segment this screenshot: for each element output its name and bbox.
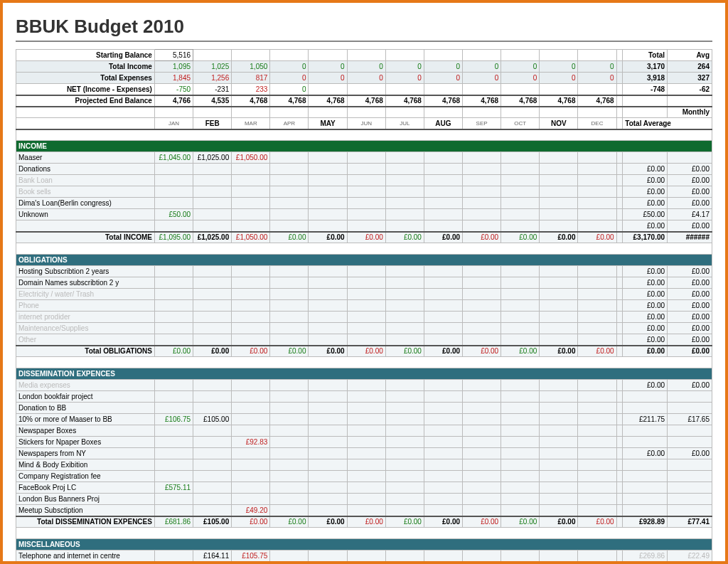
cell[interactable] [501, 505, 540, 516]
cell[interactable] [540, 448, 578, 459]
cell[interactable] [501, 448, 540, 459]
cell[interactable]: 0 [463, 73, 501, 84]
cell[interactable] [501, 403, 540, 414]
cell[interactable]: 4,766 [154, 95, 193, 107]
cell[interactable]: Maintenance/Supplies [16, 323, 155, 334]
cell[interactable] [232, 380, 270, 391]
cell[interactable]: 0 [424, 61, 462, 73]
cell[interactable] [385, 266, 424, 277]
cell[interactable] [501, 277, 540, 289]
cell[interactable]: Monthly [668, 107, 712, 118]
cell[interactable] [623, 494, 668, 505]
cell[interactable] [385, 312, 424, 323]
cell[interactable] [347, 380, 385, 391]
cell[interactable] [385, 562, 424, 565]
cell[interactable] [270, 186, 309, 198]
cell[interactable]: internet prodider [16, 312, 155, 323]
cell[interactable] [385, 494, 424, 505]
cell[interactable] [463, 505, 501, 516]
cell[interactable]: £0.00 [623, 164, 668, 175]
cell[interactable] [193, 266, 232, 277]
cell[interactable] [578, 391, 616, 403]
cell[interactable] [347, 437, 385, 448]
cell[interactable] [347, 312, 385, 323]
cell[interactable] [578, 198, 616, 209]
cell[interactable] [463, 471, 501, 482]
cell[interactable]: Unknown [16, 209, 155, 220]
cell[interactable] [463, 175, 501, 186]
cell[interactable] [193, 448, 232, 459]
cell[interactable] [385, 277, 424, 289]
cell[interactable] [501, 425, 540, 437]
cell[interactable]: NET (Income - Expenses) [16, 84, 155, 95]
cell[interactable] [347, 300, 385, 312]
cell[interactable] [232, 562, 270, 565]
cell[interactable] [347, 471, 385, 482]
cell[interactable] [616, 437, 623, 448]
cell[interactable]: £0.00 [668, 312, 712, 323]
cell[interactable]: OBLIGATIONS [16, 255, 712, 266]
cell[interactable] [347, 550, 385, 562]
cell[interactable] [540, 107, 578, 118]
cell[interactable] [270, 562, 309, 565]
cell[interactable]: £0.00 [309, 516, 347, 528]
cell[interactable]: £0.00 [623, 277, 668, 289]
cell[interactable] [540, 380, 578, 391]
cell[interactable] [616, 414, 623, 425]
cell[interactable] [347, 198, 385, 209]
cell[interactable] [424, 391, 462, 403]
cell[interactable] [270, 505, 309, 516]
cell[interactable] [347, 107, 385, 118]
cell[interactable] [309, 152, 347, 164]
cell[interactable]: £0.00 [623, 175, 668, 186]
cell[interactable] [193, 494, 232, 505]
cell[interactable] [623, 505, 668, 516]
cell[interactable] [309, 471, 347, 482]
cell[interactable]: 4,768 [501, 95, 540, 107]
cell[interactable] [154, 471, 193, 482]
cell[interactable] [463, 562, 501, 565]
cell[interactable] [578, 164, 616, 175]
cell[interactable]: Company Registration fee [16, 471, 155, 482]
cell[interactable] [270, 550, 309, 562]
cell[interactable] [154, 403, 193, 414]
cell[interactable] [463, 380, 501, 391]
cell[interactable] [424, 494, 462, 505]
cell[interactable] [540, 50, 578, 61]
cell[interactable] [424, 198, 462, 209]
cell[interactable] [385, 289, 424, 300]
cell[interactable] [578, 459, 616, 471]
cell[interactable] [154, 380, 193, 391]
cell[interactable] [616, 61, 623, 73]
cell[interactable] [501, 437, 540, 448]
cell[interactable]: DISSEMINATION EXPENCES [16, 368, 712, 380]
cell[interactable] [578, 209, 616, 220]
cell[interactable] [232, 312, 270, 323]
cell[interactable] [540, 505, 578, 516]
cell[interactable]: £50.00 [623, 209, 668, 220]
cell[interactable]: £0.00 [668, 346, 712, 357]
cell[interactable]: £22.49 [668, 550, 712, 562]
cell[interactable] [232, 334, 270, 346]
cell[interactable] [309, 186, 347, 198]
cell[interactable] [347, 289, 385, 300]
cell[interactable] [424, 175, 462, 186]
cell[interactable] [616, 391, 623, 403]
cell[interactable] [347, 562, 385, 565]
cell[interactable] [623, 425, 668, 437]
cell[interactable] [540, 323, 578, 334]
cell[interactable]: £0.00 [623, 323, 668, 334]
cell[interactable] [578, 175, 616, 186]
cell[interactable] [668, 471, 712, 482]
cell[interactable] [463, 391, 501, 403]
cell[interactable]: FEB [193, 118, 232, 129]
cell[interactable] [578, 289, 616, 300]
cell[interactable]: £0.00 [668, 186, 712, 198]
cell[interactable]: £0.00 [501, 232, 540, 243]
cell[interactable] [309, 414, 347, 425]
cell[interactable] [668, 437, 712, 448]
cell[interactable] [578, 152, 616, 164]
cell[interactable] [501, 471, 540, 482]
cell[interactable]: Telephone and internet in centre [16, 550, 155, 562]
cell[interactable] [668, 391, 712, 403]
